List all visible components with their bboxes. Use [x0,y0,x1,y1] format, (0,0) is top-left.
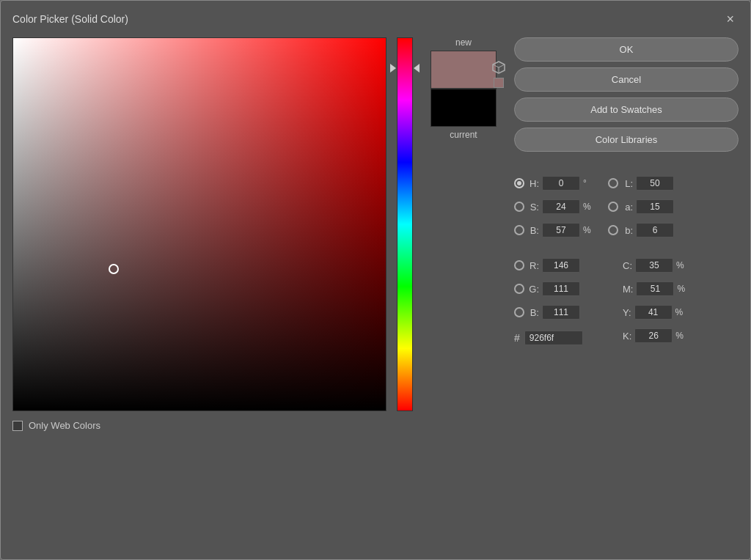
hex-row: # [514,331,593,345]
button-group: OK Cancel Add to Swatches Color Librarie… [514,37,739,152]
m-label: M: [623,284,633,295]
svg-marker-1 [493,62,505,67]
s-label: S: [527,202,539,213]
hue-slider[interactable] [397,37,413,411]
web-colors-row: Only Web Colors [12,420,387,431]
g-input[interactable] [542,281,580,296]
c-row: C: % [608,256,687,275]
b-lab-label: b: [621,225,633,236]
new-label: new [455,37,472,48]
c-unit: % [676,260,686,270]
hsb-column: H: ° S: % B: [514,174,593,345]
web-colors-checkbox[interactable] [12,421,23,431]
hue-arrow-left-icon [390,64,396,73]
hue-slider-wrap [397,37,413,411]
c-label: C: [623,260,632,271]
y-input[interactable] [634,305,673,320]
c-input[interactable] [635,258,673,273]
b-rgb-label: B: [527,307,539,318]
h-radio[interactable] [514,178,524,188]
h-input[interactable] [542,176,580,191]
s-input[interactable] [542,199,580,214]
b-rgb-row: B: [514,303,593,322]
s-row: S: % [514,197,593,216]
color-picker-dialog: Color Picker (Solid Color) × Only Web Co… [0,0,751,560]
s-unit: % [583,202,593,212]
a-row: a: [608,197,687,216]
b-rgb-input[interactable] [542,305,580,320]
out-of-gamut-icon [492,61,505,74]
s-radio[interactable] [514,202,524,212]
r-input[interactable] [542,258,580,273]
r-row: R: [514,256,593,275]
r-label: R: [527,260,539,271]
y-label: Y: [623,307,631,318]
close-button[interactable]: × [722,11,739,27]
r-radio[interactable] [514,260,524,270]
b-unit: % [583,225,593,235]
b-lab-row: b: [608,221,687,240]
ok-button[interactable]: OK [514,37,739,62]
hex-input[interactable] [524,331,583,345]
current-color-swatch [431,89,497,127]
k-unit: % [675,331,686,341]
l-radio[interactable] [608,178,618,188]
l-input[interactable] [636,176,674,191]
g-radio[interactable] [514,284,524,294]
l-row: L: [608,174,687,193]
m-input[interactable] [636,281,674,296]
cancel-button[interactable]: Cancel [514,67,739,92]
lab-cmyk-column: L: a: b: [608,174,687,345]
h-row: H: ° [514,174,593,193]
g-row: G: [514,279,593,298]
color-field[interactable] [12,37,387,411]
m-unit: % [677,284,687,294]
b-input[interactable] [542,223,580,237]
b-lab-radio[interactable] [608,225,618,235]
dialog-title: Color Picker (Solid Color) [12,13,128,25]
b-label: B: [527,225,539,236]
web-colors-label: Only Web Colors [29,420,100,431]
k-row: K: % [608,326,687,345]
h-label: H: [527,178,539,189]
current-label: current [450,130,477,140]
a-label: a: [621,202,633,213]
small-color-swatch [494,78,504,88]
new-color-swatch [431,51,497,89]
b-lab-input[interactable] [636,223,674,237]
m-row: M: % [608,279,687,298]
title-bar: Color Picker (Solid Color) × [12,11,739,27]
k-input[interactable] [634,328,673,343]
main-content: Only Web Colors new current [12,37,739,548]
g-label: G: [527,284,539,295]
b-row: B: % [514,221,593,240]
inputs-section: H: ° S: % B: [514,174,739,345]
b-radio[interactable] [514,225,524,235]
h-unit: ° [583,178,593,188]
l-label: L: [621,178,633,189]
y-unit: % [675,307,686,317]
b-rgb-radio[interactable] [514,307,524,317]
cube-icon-wrap [492,61,505,88]
a-input[interactable] [636,199,674,214]
a-radio[interactable] [608,202,618,212]
y-row: Y: % [608,303,687,322]
hash-label: # [514,332,520,344]
color-field-brightness-overlay [13,38,386,410]
hue-arrow-right-icon [414,64,420,73]
add-to-swatches-button[interactable]: Add to Swatches [514,97,739,122]
right-panel: OK Cancel Add to Swatches Color Librarie… [514,37,739,548]
preview-section: new current [423,37,504,548]
k-label: K: [623,331,631,342]
color-field-wrap: Only Web Colors [12,37,387,411]
color-libraries-button[interactable]: Color Libraries [514,128,739,152]
